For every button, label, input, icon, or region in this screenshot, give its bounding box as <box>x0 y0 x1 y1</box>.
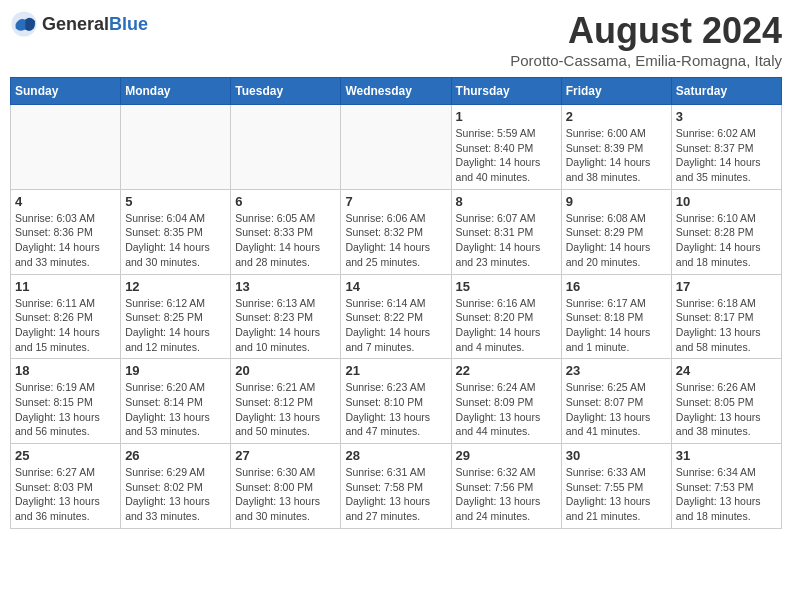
day-number: 27 <box>235 448 336 463</box>
calendar-cell: 31Sunrise: 6:34 AM Sunset: 7:53 PM Dayli… <box>671 444 781 529</box>
calendar-cell: 26Sunrise: 6:29 AM Sunset: 8:02 PM Dayli… <box>121 444 231 529</box>
calendar-cell: 15Sunrise: 6:16 AM Sunset: 8:20 PM Dayli… <box>451 274 561 359</box>
day-info: Sunrise: 6:06 AM Sunset: 8:32 PM Dayligh… <box>345 211 446 270</box>
day-info: Sunrise: 6:26 AM Sunset: 8:05 PM Dayligh… <box>676 380 777 439</box>
calendar-cell: 20Sunrise: 6:21 AM Sunset: 8:12 PM Dayli… <box>231 359 341 444</box>
day-info: Sunrise: 6:31 AM Sunset: 7:58 PM Dayligh… <box>345 465 446 524</box>
day-info: Sunrise: 6:10 AM Sunset: 8:28 PM Dayligh… <box>676 211 777 270</box>
weekday-header: Monday <box>121 78 231 105</box>
day-info: Sunrise: 5:59 AM Sunset: 8:40 PM Dayligh… <box>456 126 557 185</box>
calendar-cell: 14Sunrise: 6:14 AM Sunset: 8:22 PM Dayli… <box>341 274 451 359</box>
calendar-cell: 24Sunrise: 6:26 AM Sunset: 8:05 PM Dayli… <box>671 359 781 444</box>
page-header: GeneralBlue August 2024 Porotto-Cassama,… <box>10 10 782 69</box>
day-info: Sunrise: 6:00 AM Sunset: 8:39 PM Dayligh… <box>566 126 667 185</box>
logo-blue: Blue <box>109 14 148 34</box>
calendar-cell: 3Sunrise: 6:02 AM Sunset: 8:37 PM Daylig… <box>671 105 781 190</box>
day-info: Sunrise: 6:07 AM Sunset: 8:31 PM Dayligh… <box>456 211 557 270</box>
day-info: Sunrise: 6:34 AM Sunset: 7:53 PM Dayligh… <box>676 465 777 524</box>
calendar-cell: 29Sunrise: 6:32 AM Sunset: 7:56 PM Dayli… <box>451 444 561 529</box>
day-info: Sunrise: 6:33 AM Sunset: 7:55 PM Dayligh… <box>566 465 667 524</box>
day-number: 14 <box>345 279 446 294</box>
calendar-cell <box>121 105 231 190</box>
day-info: Sunrise: 6:18 AM Sunset: 8:17 PM Dayligh… <box>676 296 777 355</box>
day-number: 22 <box>456 363 557 378</box>
day-number: 13 <box>235 279 336 294</box>
calendar-cell: 22Sunrise: 6:24 AM Sunset: 8:09 PM Dayli… <box>451 359 561 444</box>
day-info: Sunrise: 6:19 AM Sunset: 8:15 PM Dayligh… <box>15 380 116 439</box>
calendar-cell <box>231 105 341 190</box>
title-section: August 2024 Porotto-Cassama, Emilia-Roma… <box>510 10 782 69</box>
calendar-cell: 21Sunrise: 6:23 AM Sunset: 8:10 PM Dayli… <box>341 359 451 444</box>
day-info: Sunrise: 6:12 AM Sunset: 8:25 PM Dayligh… <box>125 296 226 355</box>
day-number: 2 <box>566 109 667 124</box>
day-info: Sunrise: 6:20 AM Sunset: 8:14 PM Dayligh… <box>125 380 226 439</box>
main-title: August 2024 <box>510 10 782 52</box>
calendar-table: SundayMondayTuesdayWednesdayThursdayFrid… <box>10 77 782 529</box>
day-info: Sunrise: 6:32 AM Sunset: 7:56 PM Dayligh… <box>456 465 557 524</box>
day-info: Sunrise: 6:13 AM Sunset: 8:23 PM Dayligh… <box>235 296 336 355</box>
calendar-cell: 8Sunrise: 6:07 AM Sunset: 8:31 PM Daylig… <box>451 189 561 274</box>
weekday-header: Wednesday <box>341 78 451 105</box>
logo: GeneralBlue <box>10 10 148 38</box>
day-number: 29 <box>456 448 557 463</box>
calendar-cell: 2Sunrise: 6:00 AM Sunset: 8:39 PM Daylig… <box>561 105 671 190</box>
day-number: 19 <box>125 363 226 378</box>
day-info: Sunrise: 6:29 AM Sunset: 8:02 PM Dayligh… <box>125 465 226 524</box>
calendar-week-row: 11Sunrise: 6:11 AM Sunset: 8:26 PM Dayli… <box>11 274 782 359</box>
day-number: 9 <box>566 194 667 209</box>
calendar-cell: 18Sunrise: 6:19 AM Sunset: 8:15 PM Dayli… <box>11 359 121 444</box>
weekday-header: Friday <box>561 78 671 105</box>
calendar-week-row: 18Sunrise: 6:19 AM Sunset: 8:15 PM Dayli… <box>11 359 782 444</box>
calendar-cell: 28Sunrise: 6:31 AM Sunset: 7:58 PM Dayli… <box>341 444 451 529</box>
calendar-cell <box>11 105 121 190</box>
subtitle: Porotto-Cassama, Emilia-Romagna, Italy <box>510 52 782 69</box>
day-number: 18 <box>15 363 116 378</box>
day-number: 7 <box>345 194 446 209</box>
day-number: 16 <box>566 279 667 294</box>
weekday-header: Sunday <box>11 78 121 105</box>
day-number: 20 <box>235 363 336 378</box>
day-number: 17 <box>676 279 777 294</box>
day-number: 28 <box>345 448 446 463</box>
day-info: Sunrise: 6:23 AM Sunset: 8:10 PM Dayligh… <box>345 380 446 439</box>
logo-icon <box>10 10 38 38</box>
weekday-header: Thursday <box>451 78 561 105</box>
day-info: Sunrise: 6:03 AM Sunset: 8:36 PM Dayligh… <box>15 211 116 270</box>
calendar-header-row: SundayMondayTuesdayWednesdayThursdayFrid… <box>11 78 782 105</box>
day-number: 12 <box>125 279 226 294</box>
weekday-header: Saturday <box>671 78 781 105</box>
day-number: 15 <box>456 279 557 294</box>
day-number: 31 <box>676 448 777 463</box>
day-number: 26 <box>125 448 226 463</box>
calendar-cell: 19Sunrise: 6:20 AM Sunset: 8:14 PM Dayli… <box>121 359 231 444</box>
day-number: 21 <box>345 363 446 378</box>
calendar-cell: 4Sunrise: 6:03 AM Sunset: 8:36 PM Daylig… <box>11 189 121 274</box>
day-info: Sunrise: 6:16 AM Sunset: 8:20 PM Dayligh… <box>456 296 557 355</box>
weekday-header: Tuesday <box>231 78 341 105</box>
day-info: Sunrise: 6:02 AM Sunset: 8:37 PM Dayligh… <box>676 126 777 185</box>
calendar-cell: 27Sunrise: 6:30 AM Sunset: 8:00 PM Dayli… <box>231 444 341 529</box>
day-number: 6 <box>235 194 336 209</box>
day-info: Sunrise: 6:27 AM Sunset: 8:03 PM Dayligh… <box>15 465 116 524</box>
day-number: 1 <box>456 109 557 124</box>
calendar-cell: 16Sunrise: 6:17 AM Sunset: 8:18 PM Dayli… <box>561 274 671 359</box>
calendar-week-row: 25Sunrise: 6:27 AM Sunset: 8:03 PM Dayli… <box>11 444 782 529</box>
logo-general: General <box>42 14 109 34</box>
day-info: Sunrise: 6:04 AM Sunset: 8:35 PM Dayligh… <box>125 211 226 270</box>
calendar-cell: 13Sunrise: 6:13 AM Sunset: 8:23 PM Dayli… <box>231 274 341 359</box>
day-number: 23 <box>566 363 667 378</box>
calendar-week-row: 1Sunrise: 5:59 AM Sunset: 8:40 PM Daylig… <box>11 105 782 190</box>
day-info: Sunrise: 6:21 AM Sunset: 8:12 PM Dayligh… <box>235 380 336 439</box>
day-number: 30 <box>566 448 667 463</box>
day-info: Sunrise: 6:25 AM Sunset: 8:07 PM Dayligh… <box>566 380 667 439</box>
day-number: 10 <box>676 194 777 209</box>
calendar-cell: 11Sunrise: 6:11 AM Sunset: 8:26 PM Dayli… <box>11 274 121 359</box>
calendar-cell: 5Sunrise: 6:04 AM Sunset: 8:35 PM Daylig… <box>121 189 231 274</box>
day-number: 4 <box>15 194 116 209</box>
day-number: 3 <box>676 109 777 124</box>
day-number: 8 <box>456 194 557 209</box>
calendar-cell <box>341 105 451 190</box>
calendar-cell: 7Sunrise: 6:06 AM Sunset: 8:32 PM Daylig… <box>341 189 451 274</box>
calendar-cell: 6Sunrise: 6:05 AM Sunset: 8:33 PM Daylig… <box>231 189 341 274</box>
day-info: Sunrise: 6:08 AM Sunset: 8:29 PM Dayligh… <box>566 211 667 270</box>
